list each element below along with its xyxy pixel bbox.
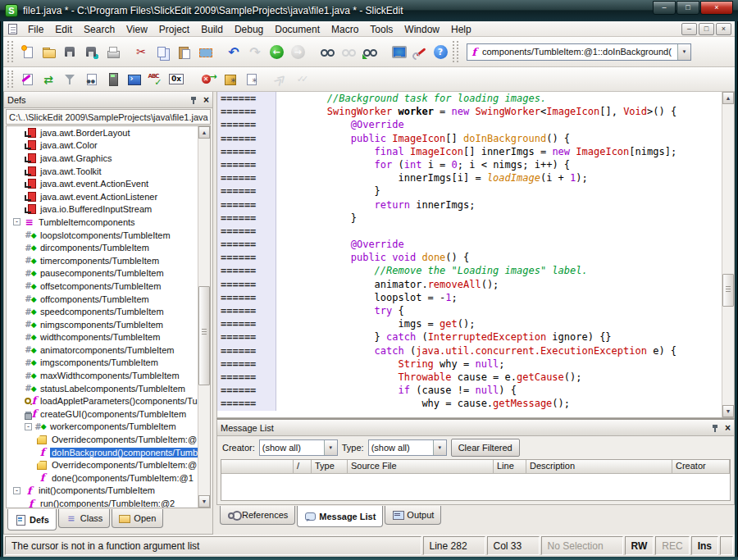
- mdi-restore-button[interactable]: □: [699, 23, 714, 35]
- tree-item[interactable]: createGUI()components/TumbleItem: [7, 407, 198, 421]
- current-symbol-combo[interactable]: components/TumbleItem:@1::doInBackground…: [467, 43, 691, 61]
- status-readwrite[interactable]: RW: [625, 536, 654, 555]
- defs-tab-open[interactable]: Open: [112, 509, 163, 528]
- tree-item[interactable]: done()components/TumbleItem:@1: [7, 471, 198, 485]
- code-line[interactable]: ====== loopslot = -1;: [217, 291, 721, 304]
- creator-filter-combo[interactable]: (show all) ▼: [259, 439, 338, 456]
- new-file-button[interactable]: [16, 42, 38, 62]
- menu-macro[interactable]: Macro: [326, 22, 364, 37]
- pin-icon[interactable]: [189, 95, 198, 105]
- cut-button[interactable]: [130, 42, 152, 62]
- tree-item[interactable]: imgscomponents/TumbleItem: [7, 357, 198, 370]
- toolbar-grip[interactable]: [453, 41, 458, 61]
- code-editor[interactable]: ====== //Background task for loading ima…: [216, 92, 735, 418]
- set-error-marker-button[interactable]: [290, 70, 312, 89]
- toolbar-grip[interactable]: [7, 71, 13, 87]
- defs-tab-class[interactable]: Class: [58, 509, 111, 528]
- print-button[interactable]: [102, 42, 123, 62]
- code-line[interactable]: ====== String why = null;: [217, 357, 721, 371]
- symbol-combo-dropdown[interactable]: ▼: [677, 44, 690, 60]
- copy-button[interactable]: [152, 42, 173, 62]
- menu-edit[interactable]: Edit: [49, 22, 78, 37]
- panel-tab-output[interactable]: Output: [385, 506, 441, 525]
- column-header[interactable]: Description: [526, 460, 672, 473]
- tree-item[interactable]: dircomponents/TumbleItem: [7, 241, 198, 254]
- forward-button[interactable]: [287, 42, 308, 62]
- code-line[interactable]: ====== return innerImgs;: [217, 198, 721, 212]
- close-icon[interactable]: ×: [203, 96, 209, 104]
- scroll-down-icon[interactable]: ▼: [198, 495, 210, 508]
- tree-item[interactable]: java.awt.Toolkit: [7, 165, 198, 178]
- format-button[interactable]: [16, 70, 38, 89]
- code-line[interactable]: ====== imgs = get();: [217, 317, 721, 330]
- shell-button[interactable]: [123, 70, 144, 89]
- tree-item[interactable]: maxWidthcomponents/TumbleItem: [7, 369, 198, 382]
- save-button[interactable]: [59, 42, 80, 62]
- tree-item[interactable]: java.awt.event.ActionListener: [7, 190, 198, 203]
- help-button[interactable]: [430, 42, 451, 62]
- tree-item[interactable]: offsetcomponents/TumbleItem: [7, 280, 198, 293]
- code-line[interactable]: ====== Throwable cause = e.getCause();: [217, 371, 721, 384]
- tree-item[interactable]: Overridecomponents/TumbleItem:@: [7, 433, 198, 446]
- code-line[interactable]: ====== public void done() {: [217, 251, 721, 264]
- diff-button[interactable]: [38, 70, 59, 89]
- scroll-up-icon[interactable]: ▲: [198, 126, 210, 139]
- find-in-file-button[interactable]: [80, 70, 102, 89]
- tree-item[interactable]: -init()components/TumbleItem: [7, 485, 198, 498]
- tree-item[interactable]: doInBackground()components/Tumb: [7, 446, 198, 459]
- code-line[interactable]: ====== innerImgs[i] = loadImage(i + 1);: [217, 171, 721, 184]
- select-code-block-button[interactable]: [194, 42, 216, 62]
- code-line[interactable]: ====== @Override: [217, 118, 721, 131]
- code-line[interactable]: ====== try {: [217, 304, 721, 317]
- panel-tab-references[interactable]: References: [220, 506, 295, 525]
- code-line[interactable]: ====== //Background task for loading ima…: [217, 92, 721, 105]
- next-error-button[interactable]: [269, 70, 290, 89]
- code-line[interactable]: ====== SwingWorker worker = new SwingWor…: [217, 105, 721, 118]
- pin-icon[interactable]: [711, 423, 720, 433]
- panel-tab-message-list[interactable]: Message List: [297, 506, 383, 527]
- tree-item[interactable]: speedcomponents/TumbleItem: [7, 305, 198, 318]
- back-button[interactable]: [266, 42, 287, 62]
- tree-item[interactable]: java.io.BufferedInputStream: [7, 203, 198, 216]
- code-line[interactable]: ====== catch (java.util.concurrent.Execu…: [217, 344, 721, 357]
- code-line[interactable]: ====== animator.removeAll();: [217, 278, 721, 291]
- tree-item[interactable]: run()components/TumbleItem:@2: [7, 497, 198, 508]
- menu-document[interactable]: Document: [269, 22, 326, 37]
- tree-item[interactable]: statusLabelcomponents/TumbleItem: [7, 382, 198, 395]
- chevron-down-icon[interactable]: ▼: [324, 440, 337, 455]
- menu-window[interactable]: Window: [399, 22, 445, 37]
- scrollbar-thumb[interactable]: [722, 274, 734, 307]
- code-line[interactable]: ====== }: [217, 212, 721, 225]
- find-references-button[interactable]: [358, 42, 380, 62]
- code-line[interactable]: ====== for (int i = 0; i < nimgs; i++) {: [217, 158, 721, 171]
- stop-build-button[interactable]: [198, 70, 219, 89]
- paste-button[interactable]: [173, 42, 194, 62]
- column-header[interactable]: Line: [494, 460, 526, 473]
- menu-project[interactable]: Project: [153, 22, 195, 37]
- tree-expander[interactable]: -: [13, 487, 20, 494]
- column-header[interactable]: [221, 460, 294, 473]
- code-line[interactable]: ====== why = cause.getMessage();: [217, 397, 721, 410]
- code-line[interactable]: ======: [217, 225, 721, 238]
- menu-build[interactable]: Build: [195, 22, 229, 37]
- tree-item[interactable]: pausecomponents/TumbleItem: [7, 267, 198, 280]
- code-line[interactable]: ====== } catch (InterruptedException ign…: [217, 330, 721, 344]
- tree-item[interactable]: java.awt.Color: [7, 139, 198, 153]
- status-record[interactable]: REC: [655, 536, 689, 555]
- menu-tools[interactable]: Tools: [364, 22, 399, 37]
- editor-scrollbar[interactable]: ▲ ▼: [722, 92, 734, 417]
- menu-help[interactable]: Help: [445, 22, 477, 37]
- maximize-button[interactable]: □: [676, 1, 699, 15]
- defs-tree-scrollbar[interactable]: ▲ ▼: [198, 126, 210, 508]
- close-icon[interactable]: ×: [725, 424, 731, 432]
- tree-item[interactable]: Overridecomponents/TumbleItem:@: [7, 458, 198, 471]
- status-col[interactable]: Col 33: [487, 536, 540, 555]
- find-next-button[interactable]: [337, 42, 358, 62]
- undo-button[interactable]: [223, 42, 244, 62]
- tree-item[interactable]: nimgscomponents/TumbleItem: [7, 318, 198, 331]
- scroll-down-icon[interactable]: ▼: [722, 405, 734, 417]
- column-header[interactable]: Creator: [672, 460, 730, 473]
- status-line[interactable]: Line 282: [423, 536, 485, 555]
- mdi-close-button[interactable]: ×: [716, 23, 731, 35]
- defs-file-path[interactable]: C:\..\SlickEdit 2009\SampleProjects\java…: [6, 109, 211, 125]
